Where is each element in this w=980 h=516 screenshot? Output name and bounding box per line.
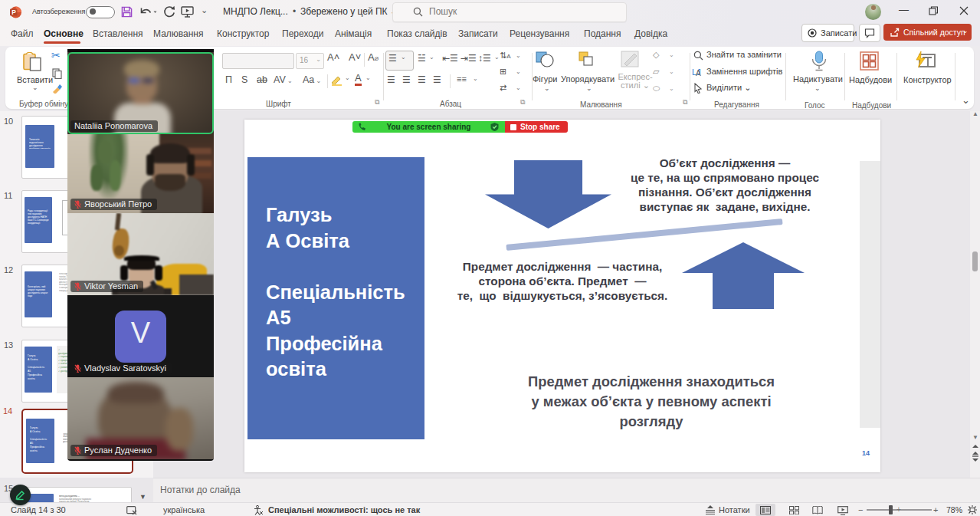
svg-text:P: P — [11, 8, 16, 16]
svg-text:A: A — [696, 69, 701, 77]
